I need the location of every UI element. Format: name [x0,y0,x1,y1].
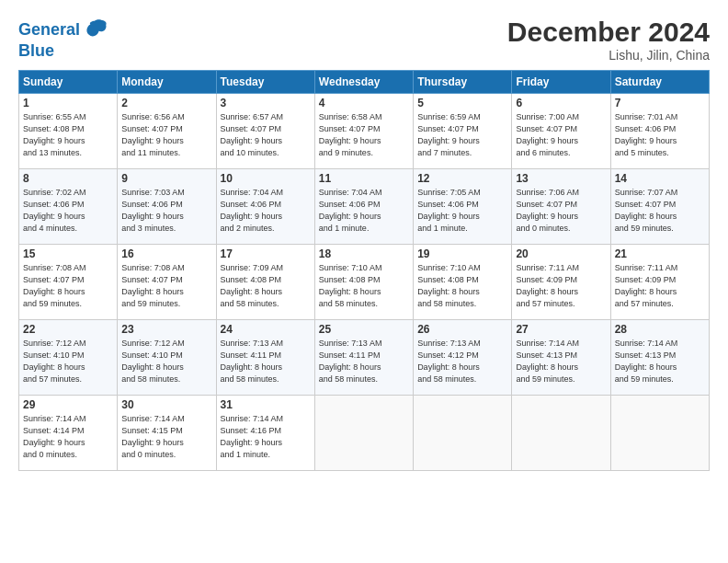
day-number: 6 [516,97,606,109]
day-number: 20 [516,247,606,260]
week-row-2: 8 Sunrise: 7:02 AMSunset: 4:06 PMDayligh… [19,169,710,245]
day-number: 10 [221,172,311,185]
day-cell-21: 21 Sunrise: 7:11 AMSunset: 4:09 PMDaylig… [610,245,709,320]
day-cell-17: 17 Sunrise: 7:09 AMSunset: 4:08 PMDaylig… [216,245,314,320]
day-info: Sunrise: 7:07 AMSunset: 4:07 PMDaylight:… [615,187,705,235]
day-cell-16: 16 Sunrise: 7:08 AMSunset: 4:07 PMDaylig… [118,245,216,320]
day-number: 26 [417,323,507,336]
day-cell-26: 26 Sunrise: 7:13 AMSunset: 4:12 PMDaylig… [414,320,512,396]
day-info: Sunrise: 7:00 AMSunset: 4:07 PMDaylight:… [516,111,606,159]
day-cell-11: 11 Sunrise: 7:04 AMSunset: 4:06 PMDaylig… [314,169,413,245]
day-cell-20: 20 Sunrise: 7:11 AMSunset: 4:09 PMDaylig… [512,245,610,320]
th-monday: Monday [118,71,216,94]
day-info: Sunrise: 7:09 AMSunset: 4:08 PMDaylight:… [221,262,311,310]
day-number: 9 [121,172,211,185]
day-number: 31 [221,398,311,411]
th-friday: Friday [512,71,610,94]
week-row-1: 1 Sunrise: 6:55 AMSunset: 4:08 PMDayligh… [19,94,710,169]
day-cell-19: 19 Sunrise: 7:10 AMSunset: 4:08 PMDaylig… [414,245,512,320]
month-title: December 2024 [507,17,710,48]
day-cell-31: 31 Sunrise: 7:14 AMSunset: 4:16 PMDaylig… [216,396,314,471]
page: General Blue December 2024 Lishu, Jilin,… [0,0,728,563]
day-cell-18: 18 Sunrise: 7:10 AMSunset: 4:08 PMDaylig… [314,245,413,320]
header: General Blue December 2024 Lishu, Jilin,… [18,17,710,63]
day-info: Sunrise: 6:59 AMSunset: 4:07 PMDaylight:… [417,111,507,159]
day-cell-7: 7 Sunrise: 7:01 AMSunset: 4:06 PMDayligh… [610,94,709,169]
day-cell-28: 28 Sunrise: 7:14 AMSunset: 4:13 PMDaylig… [610,320,709,396]
day-number: 2 [121,97,211,109]
day-cell-29: 29 Sunrise: 7:14 AMSunset: 4:14 PMDaylig… [19,396,118,471]
th-tuesday: Tuesday [216,71,314,94]
week-row-3: 15 Sunrise: 7:08 AMSunset: 4:07 PMDaylig… [19,245,710,320]
day-number: 27 [516,323,606,336]
title-block: December 2024 Lishu, Jilin, China [507,17,710,63]
day-number: 1 [23,97,113,109]
weekday-header-row: Sunday Monday Tuesday Wednesday Thursday… [19,71,710,94]
day-number: 22 [23,323,113,336]
day-info: Sunrise: 6:57 AMSunset: 4:07 PMDaylight:… [221,111,311,159]
day-info: Sunrise: 7:14 AMSunset: 4:14 PMDaylight:… [23,413,113,461]
day-cell-6: 6 Sunrise: 7:00 AMSunset: 4:07 PMDayligh… [512,94,610,169]
day-info: Sunrise: 7:12 AMSunset: 4:10 PMDaylight:… [23,338,113,385]
day-info: Sunrise: 7:10 AMSunset: 4:08 PMDaylight:… [319,262,409,310]
day-info: Sunrise: 7:10 AMSunset: 4:08 PMDaylight:… [417,262,507,310]
day-info: Sunrise: 6:58 AMSunset: 4:07 PMDaylight:… [319,111,409,159]
th-saturday: Saturday [610,71,709,94]
day-number: 8 [23,172,113,185]
week-row-5: 29 Sunrise: 7:14 AMSunset: 4:14 PMDaylig… [19,396,710,471]
day-cell-10: 10 Sunrise: 7:04 AMSunset: 4:06 PMDaylig… [216,169,314,245]
day-info: Sunrise: 7:04 AMSunset: 4:06 PMDaylight:… [221,187,311,235]
day-info: Sunrise: 7:05 AMSunset: 4:06 PMDaylight:… [417,187,507,235]
day-info: Sunrise: 7:03 AMSunset: 4:06 PMDaylight:… [121,187,211,235]
day-info: Sunrise: 7:12 AMSunset: 4:10 PMDaylight:… [121,338,211,385]
day-cell-23: 23 Sunrise: 7:12 AMSunset: 4:10 PMDaylig… [118,320,216,396]
location: Lishu, Jilin, China [507,48,710,63]
logo-general: General [18,20,80,39]
logo-text: General [18,21,80,38]
day-number: 14 [615,172,705,185]
day-info: Sunrise: 6:56 AMSunset: 4:07 PMDaylight:… [121,111,211,159]
day-cell-4: 4 Sunrise: 6:58 AMSunset: 4:07 PMDayligh… [314,94,413,169]
day-info: Sunrise: 7:08 AMSunset: 4:07 PMDaylight:… [121,262,211,310]
day-cell-14: 14 Sunrise: 7:07 AMSunset: 4:07 PMDaylig… [610,169,709,245]
day-number: 25 [319,323,409,336]
day-cell-2: 2 Sunrise: 6:56 AMSunset: 4:07 PMDayligh… [118,94,216,169]
day-number: 23 [121,323,211,336]
day-info: Sunrise: 7:13 AMSunset: 4:11 PMDaylight:… [319,338,409,385]
day-number: 7 [615,97,705,109]
day-number: 4 [319,97,409,109]
day-info: Sunrise: 7:14 AMSunset: 4:13 PMDaylight:… [615,338,705,385]
th-wednesday: Wednesday [314,71,413,94]
th-sunday: Sunday [19,71,118,94]
day-info: Sunrise: 7:14 AMSunset: 4:16 PMDaylight:… [221,413,311,461]
day-info: Sunrise: 7:14 AMSunset: 4:13 PMDaylight:… [516,338,606,385]
day-number: 11 [319,172,409,185]
day-cell-3: 3 Sunrise: 6:57 AMSunset: 4:07 PMDayligh… [216,94,314,169]
th-thursday: Thursday [414,71,512,94]
day-cell-8: 8 Sunrise: 7:02 AMSunset: 4:06 PMDayligh… [19,169,118,245]
day-number: 17 [221,247,311,260]
day-info: Sunrise: 7:02 AMSunset: 4:06 PMDaylight:… [23,187,113,235]
day-number: 16 [121,247,211,260]
day-number: 19 [417,247,507,260]
logo: General Blue [18,17,108,59]
day-cell-24: 24 Sunrise: 7:13 AMSunset: 4:11 PMDaylig… [216,320,314,396]
day-cell-12: 12 Sunrise: 7:05 AMSunset: 4:06 PMDaylig… [414,169,512,245]
day-info: Sunrise: 7:11 AMSunset: 4:09 PMDaylight:… [615,262,705,310]
day-info: Sunrise: 7:06 AMSunset: 4:07 PMDaylight:… [516,187,606,235]
day-info: Sunrise: 7:11 AMSunset: 4:09 PMDaylight:… [516,262,606,310]
day-number: 3 [221,97,311,109]
day-number: 13 [516,172,606,185]
day-info: Sunrise: 7:08 AMSunset: 4:07 PMDaylight:… [23,262,113,310]
logo-blue: Blue [18,42,54,59]
day-number: 30 [121,398,211,411]
day-number: 15 [23,247,113,260]
day-number: 28 [615,323,705,336]
day-info: Sunrise: 7:13 AMSunset: 4:11 PMDaylight:… [221,338,311,385]
week-row-4: 22 Sunrise: 7:12 AMSunset: 4:10 PMDaylig… [19,320,710,396]
day-number: 18 [319,247,409,260]
day-cell-25: 25 Sunrise: 7:13 AMSunset: 4:11 PMDaylig… [314,320,413,396]
day-cell-1: 1 Sunrise: 6:55 AMSunset: 4:08 PMDayligh… [19,94,118,169]
day-info: Sunrise: 7:01 AMSunset: 4:06 PMDaylight:… [615,111,705,159]
day-number: 5 [417,97,507,109]
